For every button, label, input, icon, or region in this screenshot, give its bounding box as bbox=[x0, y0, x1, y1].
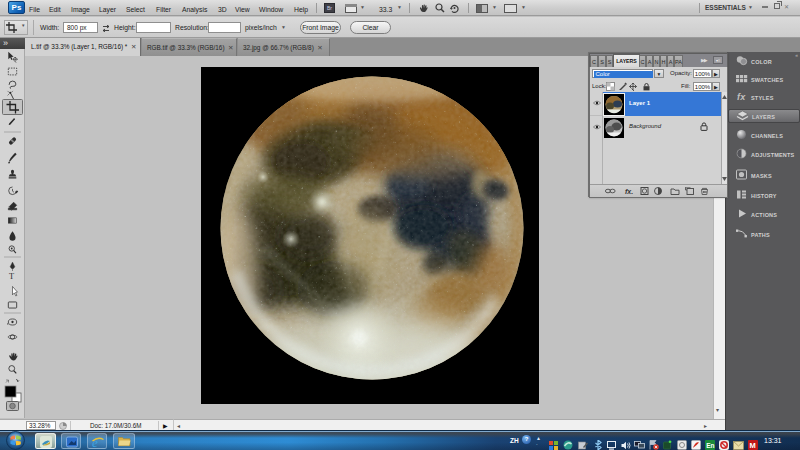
svg-text:fx.: fx. bbox=[625, 188, 633, 195]
svg-text:M: M bbox=[749, 441, 755, 450]
svg-text:En: En bbox=[706, 442, 714, 449]
svg-text:e: e bbox=[92, 435, 98, 449]
svg-text:T: T bbox=[9, 272, 14, 281]
svg-text:fx: fx bbox=[737, 92, 746, 102]
